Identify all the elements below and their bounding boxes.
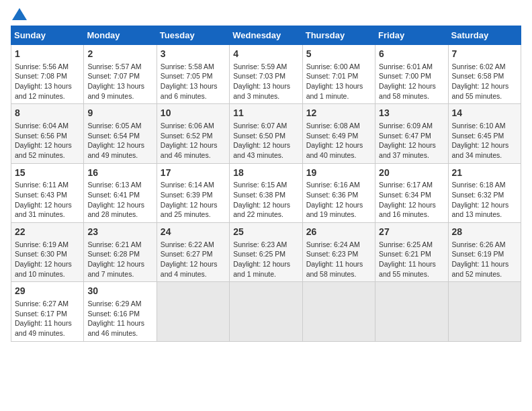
cell-line: Daylight: 11 hours xyxy=(306,259,371,269)
page-header xyxy=(11,11,521,20)
cell-line: and 1 minute. xyxy=(306,91,371,101)
cell-line: and 22 minutes. xyxy=(233,210,298,220)
day-number: 7 xyxy=(452,48,517,61)
cell-line: and 9 minutes. xyxy=(87,91,152,101)
cell-line: and 49 minutes. xyxy=(87,150,152,161)
cell-line: Daylight: 12 hours xyxy=(379,81,444,91)
calendar-cell xyxy=(157,282,229,341)
cell-line: Daylight: 12 hours xyxy=(161,200,226,210)
calendar-cell: 13Sunrise: 6:09 AMSunset: 6:47 PMDayligh… xyxy=(375,104,448,163)
cell-line: and 46 minutes. xyxy=(87,328,152,338)
calendar-cell: 30Sunrise: 6:29 AMSunset: 6:16 PMDayligh… xyxy=(84,282,157,341)
cell-line: and 31 minutes. xyxy=(15,210,80,220)
day-number: 14 xyxy=(452,107,517,120)
day-number: 5 xyxy=(306,48,371,61)
day-number: 22 xyxy=(15,226,80,239)
col-header-tuesday: Tuesday xyxy=(157,26,229,45)
col-header-monday: Monday xyxy=(84,26,157,45)
day-number: 9 xyxy=(87,107,152,120)
cell-line: Sunset: 6:47 PM xyxy=(379,131,444,141)
cell-line: Sunrise: 6:11 AM xyxy=(15,180,80,190)
calendar-cell xyxy=(302,282,375,341)
calendar-cell: 1Sunrise: 5:56 AMSunset: 7:08 PMDaylight… xyxy=(11,45,84,104)
cell-line: Daylight: 12 hours xyxy=(306,140,371,150)
cell-line: Daylight: 12 hours xyxy=(87,140,152,150)
calendar-week-row: 1Sunrise: 5:56 AMSunset: 7:08 PMDaylight… xyxy=(11,45,521,104)
calendar-cell: 29Sunrise: 6:27 AMSunset: 6:17 PMDayligh… xyxy=(11,282,84,341)
cell-line: Daylight: 12 hours xyxy=(233,140,298,150)
calendar-header-row: SundayMondayTuesdayWednesdayThursdayFrid… xyxy=(11,26,521,45)
cell-line: and 34 minutes. xyxy=(452,150,517,161)
cell-line: Sunrise: 6:07 AM xyxy=(233,121,298,131)
calendar-cell: 6Sunrise: 6:01 AMSunset: 7:00 PMDaylight… xyxy=(375,45,448,104)
cell-line: and 49 minutes. xyxy=(15,328,80,338)
calendar-cell xyxy=(230,282,302,341)
calendar-cell: 10Sunrise: 6:06 AMSunset: 6:52 PMDayligh… xyxy=(157,104,229,163)
cell-line: Sunset: 6:21 PM xyxy=(379,249,444,259)
calendar-week-row: 29Sunrise: 6:27 AMSunset: 6:17 PMDayligh… xyxy=(11,282,521,341)
calendar-table: SundayMondayTuesdayWednesdayThursdayFrid… xyxy=(11,26,521,342)
cell-line: Daylight: 12 hours xyxy=(233,259,298,269)
calendar-cell: 15Sunrise: 6:11 AMSunset: 6:43 PMDayligh… xyxy=(11,163,84,222)
cell-line: Sunrise: 6:15 AM xyxy=(233,180,298,190)
cell-line: and 28 minutes. xyxy=(87,210,152,220)
cell-line: Sunset: 6:49 PM xyxy=(306,131,371,141)
calendar-cell: 26Sunrise: 6:24 AMSunset: 6:23 PMDayligh… xyxy=(302,223,375,282)
calendar-cell: 12Sunrise: 6:08 AMSunset: 6:49 PMDayligh… xyxy=(302,104,375,163)
cell-line: Sunrise: 6:18 AM xyxy=(452,180,517,190)
cell-line: Sunset: 7:00 PM xyxy=(379,71,444,81)
calendar-cell: 11Sunrise: 6:07 AMSunset: 6:50 PMDayligh… xyxy=(230,104,302,163)
day-number: 29 xyxy=(15,285,80,298)
cell-line: and 16 minutes. xyxy=(379,210,444,220)
cell-line: Sunset: 7:08 PM xyxy=(15,71,80,81)
day-number: 13 xyxy=(379,107,444,120)
cell-line: and 40 minutes. xyxy=(306,150,371,161)
day-number: 4 xyxy=(233,48,298,61)
cell-line: Sunset: 6:50 PM xyxy=(233,131,298,141)
cell-line: Daylight: 12 hours xyxy=(306,200,371,210)
cell-line: Sunset: 6:30 PM xyxy=(15,249,80,259)
day-number: 25 xyxy=(233,226,298,239)
svg-marker-0 xyxy=(12,8,27,20)
day-number: 24 xyxy=(161,226,226,239)
day-number: 28 xyxy=(452,226,517,239)
cell-line: Sunset: 7:03 PM xyxy=(233,71,298,81)
cell-line: Daylight: 12 hours xyxy=(379,140,444,150)
cell-line: Sunrise: 6:22 AM xyxy=(161,240,226,250)
cell-line: Sunset: 6:34 PM xyxy=(379,190,444,200)
day-number: 21 xyxy=(452,167,517,180)
cell-line: Sunrise: 6:05 AM xyxy=(87,121,152,131)
cell-line: Daylight: 12 hours xyxy=(233,200,298,210)
cell-line: and 58 minutes. xyxy=(306,269,371,279)
cell-line: Sunset: 6:43 PM xyxy=(15,190,80,200)
calendar-cell: 24Sunrise: 6:22 AMSunset: 6:27 PMDayligh… xyxy=(157,223,229,282)
cell-line: Sunrise: 6:09 AM xyxy=(379,121,444,131)
cell-line: Sunrise: 5:56 AM xyxy=(15,62,80,72)
cell-line: Sunset: 6:25 PM xyxy=(233,249,298,259)
cell-line: Sunrise: 6:00 AM xyxy=(306,62,371,72)
day-number: 15 xyxy=(15,167,80,180)
calendar-cell: 18Sunrise: 6:15 AMSunset: 6:38 PMDayligh… xyxy=(230,163,302,222)
day-number: 23 xyxy=(87,226,152,239)
col-header-wednesday: Wednesday xyxy=(230,26,302,45)
cell-line: Daylight: 12 hours xyxy=(15,140,80,150)
calendar-cell: 5Sunrise: 6:00 AMSunset: 7:01 PMDaylight… xyxy=(302,45,375,104)
cell-line: Daylight: 13 hours xyxy=(306,81,371,91)
calendar-week-row: 22Sunrise: 6:19 AMSunset: 6:30 PMDayligh… xyxy=(11,223,521,282)
logo-triangle-icon xyxy=(12,8,27,20)
calendar-cell: 22Sunrise: 6:19 AMSunset: 6:30 PMDayligh… xyxy=(11,223,84,282)
day-number: 6 xyxy=(379,48,444,61)
cell-line: and 13 minutes. xyxy=(452,210,517,220)
cell-line: Daylight: 12 hours xyxy=(15,259,80,269)
cell-line: Sunrise: 6:23 AM xyxy=(233,240,298,250)
cell-line: Sunset: 6:32 PM xyxy=(452,190,517,200)
col-header-sunday: Sunday xyxy=(11,26,84,45)
calendar-cell: 19Sunrise: 6:16 AMSunset: 6:36 PMDayligh… xyxy=(302,163,375,222)
cell-line: Daylight: 12 hours xyxy=(15,200,80,210)
cell-line: Sunrise: 6:25 AM xyxy=(379,240,444,250)
calendar-week-row: 8Sunrise: 6:04 AMSunset: 6:56 PMDaylight… xyxy=(11,104,521,163)
cell-line: Sunset: 6:23 PM xyxy=(306,249,371,259)
calendar-cell: 9Sunrise: 6:05 AMSunset: 6:54 PMDaylight… xyxy=(84,104,157,163)
cell-line: Sunset: 6:58 PM xyxy=(452,71,517,81)
cell-line: Sunset: 6:41 PM xyxy=(87,190,152,200)
